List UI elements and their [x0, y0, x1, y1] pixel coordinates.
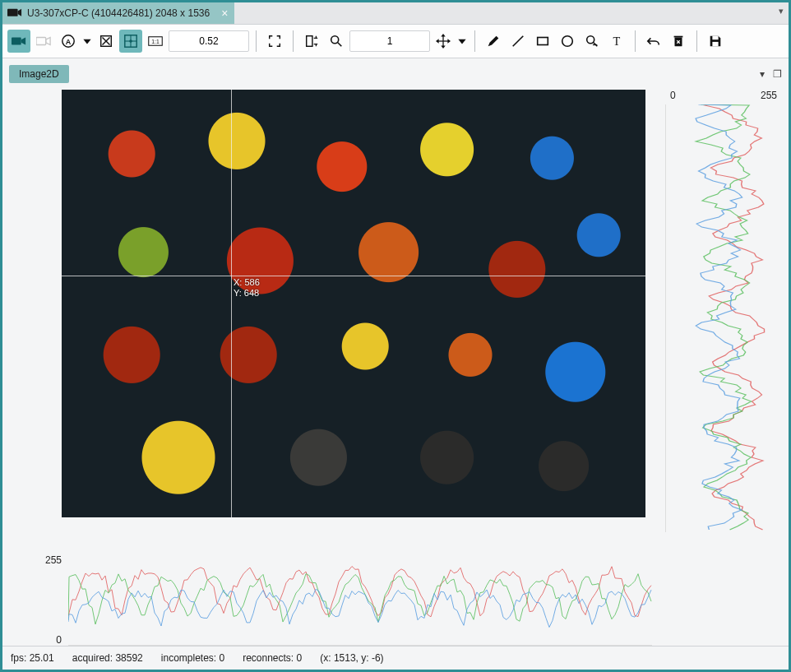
content-area: Image2D ▾ ❐ X: 586 Y: 648 0 255 — [2, 58, 789, 646]
horizontal-profile-plot[interactable] — [68, 554, 652, 646]
toolbar-separator-4 — [635, 30, 636, 52]
circle-tool-button[interactable] — [556, 30, 579, 53]
main-toolbar: A 1:1 0.52 1 — [2, 25, 789, 58]
toolbar-separator-2 — [293, 30, 294, 52]
toolbar-separator-5 — [696, 30, 697, 52]
view-menu-chevron[interactable]: ▾ — [760, 68, 765, 80]
save-button[interactable] — [704, 30, 727, 53]
delete-button[interactable] — [667, 30, 690, 53]
svg-marker-25 — [436, 39, 439, 43]
svg-marker-1 — [18, 9, 21, 16]
tab-menu-chevron[interactable]: ▾ — [779, 6, 784, 16]
svg-point-19 — [331, 36, 339, 44]
camera-image — [62, 90, 645, 517]
status-incompletes: incompletes: 0 — [161, 652, 224, 664]
zoom-tool-button[interactable] — [325, 30, 348, 53]
svg-text:A: A — [66, 38, 72, 46]
svg-rect-18 — [307, 36, 312, 47]
horizontal-profile-row: 255 0 — [9, 554, 782, 646]
rectangle-tool-button[interactable] — [531, 30, 554, 53]
svg-marker-8 — [83, 39, 90, 44]
undo-button[interactable] — [642, 30, 665, 53]
image-viewport[interactable]: X: 586 Y: 648 — [62, 90, 645, 517]
vertical-profile-plot[interactable] — [665, 104, 782, 532]
auto-mode-button[interactable]: A — [57, 30, 80, 53]
svg-rect-0 — [7, 9, 18, 16]
pan-tool-button[interactable] — [432, 30, 455, 53]
zoom-value-input[interactable]: 0.52 — [169, 30, 249, 52]
device-tab[interactable]: U3-307xCP-C (4104426481) 2048 x 1536 × — [2, 2, 234, 24]
magnifier-tool-button[interactable] — [581, 30, 604, 53]
live-video-button[interactable] — [7, 30, 30, 53]
crosshair-horizontal — [62, 276, 645, 276]
svg-marker-23 — [441, 34, 445, 37]
status-bar: fps: 25.01 acquired: 38592 incompletes: … — [2, 646, 789, 670]
device-tab-label: U3-307xCP-C (4104426481) 2048 x 1536 — [27, 7, 210, 19]
svg-line-28 — [513, 36, 524, 47]
close-tab-icon[interactable]: × — [221, 7, 228, 20]
fit-screen-button[interactable] — [263, 30, 286, 53]
crosshair-y-label: Y: 648 — [234, 288, 260, 299]
crosshair-vertical — [231, 90, 232, 517]
pause-video-button[interactable] — [32, 30, 55, 53]
svg-rect-39 — [712, 36, 718, 40]
crosshair-mode-button[interactable] — [119, 30, 142, 53]
title-bar: U3-307xCP-C (4104426481) 2048 x 1536 × ▾ — [2, 2, 789, 25]
vertical-profile-panel: 0 255 — [665, 90, 782, 548]
one-to-one-button[interactable]: 1:1 — [144, 30, 167, 53]
svg-point-31 — [587, 36, 594, 44]
svg-rect-36 — [674, 36, 683, 38]
svg-rect-29 — [538, 38, 548, 45]
svg-line-20 — [338, 43, 342, 47]
svg-text:1:1: 1:1 — [151, 39, 160, 44]
svg-rect-2 — [12, 38, 21, 45]
svg-rect-40 — [712, 42, 718, 46]
toolbar-separator-3 — [474, 30, 475, 52]
image2d-tab[interactable]: Image2D — [9, 65, 69, 83]
roi-button[interactable] — [300, 30, 323, 53]
svg-marker-26 — [447, 39, 451, 43]
hprofile-max-label: 255 — [45, 554, 62, 566]
toolbar-separator-1 — [256, 30, 257, 52]
clear-button[interactable] — [95, 30, 118, 53]
crosshair-x-label: X: 586 — [234, 277, 260, 288]
status-reconnects: reconnects: 0 — [243, 652, 302, 664]
camera-icon — [7, 7, 22, 19]
status-acquired: acquired: 38592 — [72, 652, 143, 664]
step-value-input[interactable]: 1 — [349, 30, 430, 52]
status-fps: fps: 25.01 — [11, 652, 54, 664]
app-window: U3-307xCP-C (4104426481) 2048 x 1536 × ▾… — [0, 0, 791, 672]
svg-point-30 — [562, 36, 573, 47]
vprofile-min-label: 0 — [670, 90, 676, 101]
status-cursor-pos: (x: 1513, y: -6) — [320, 652, 383, 664]
vprofile-max-label: 255 — [761, 90, 777, 101]
view-tabs: Image2D ▾ ❐ — [9, 65, 782, 83]
pencil-tool-button[interactable] — [482, 30, 505, 53]
svg-marker-24 — [441, 45, 445, 49]
detach-view-icon[interactable]: ❐ — [773, 68, 782, 80]
svg-text:T: T — [613, 35, 621, 48]
auto-mode-dropdown[interactable] — [81, 30, 93, 53]
line-tool-button[interactable] — [507, 30, 530, 53]
svg-marker-5 — [46, 38, 50, 45]
main-row: X: 586 Y: 648 0 255 — [9, 90, 782, 548]
svg-marker-3 — [21, 38, 25, 45]
svg-point-15 — [129, 39, 132, 43]
svg-marker-27 — [458, 39, 465, 44]
text-tool-button[interactable]: T — [605, 30, 628, 53]
svg-rect-4 — [36, 38, 46, 45]
pan-dropdown[interactable] — [456, 30, 468, 53]
hprofile-min-label: 0 — [56, 634, 62, 646]
crosshair-coords: X: 586 Y: 648 — [234, 277, 260, 299]
